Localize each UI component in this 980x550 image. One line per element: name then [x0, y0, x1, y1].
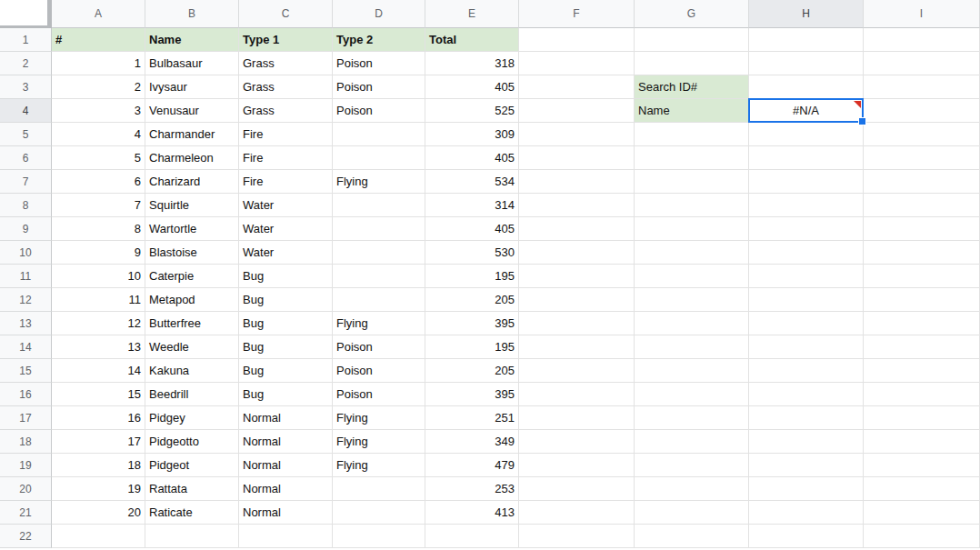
cell-H12[interactable] [749, 288, 864, 312]
cell-H17[interactable] [749, 406, 864, 430]
cell-C13[interactable]: Bug [239, 312, 333, 335]
cell-A11[interactable]: 10 [52, 265, 145, 288]
cell-C18[interactable]: Normal [239, 430, 333, 454]
cell-E11[interactable]: 195 [425, 265, 519, 288]
cell-F19[interactable] [519, 454, 635, 477]
cell-C19[interactable]: Normal [239, 454, 333, 477]
cell-A19[interactable]: 18 [52, 454, 145, 477]
cell-A22[interactable] [52, 525, 145, 548]
cell-A15[interactable]: 14 [52, 359, 145, 383]
cell-E6[interactable]: 405 [425, 146, 519, 170]
cell-A1[interactable]: # [52, 28, 145, 52]
cell-B11[interactable]: Caterpie [145, 265, 239, 288]
cell-H21[interactable] [749, 501, 864, 525]
cell-A8[interactable]: 7 [52, 194, 145, 217]
cell-A4[interactable]: 3 [52, 99, 145, 123]
cell-F5[interactable] [519, 123, 635, 146]
col-header-A[interactable]: A [52, 0, 145, 28]
col-header-B[interactable]: B [145, 0, 239, 28]
cell-A7[interactable]: 6 [52, 170, 145, 194]
cell-C12[interactable]: Bug [239, 288, 333, 312]
cell-I10[interactable] [864, 241, 980, 265]
cell-E10[interactable]: 530 [425, 241, 519, 265]
cell-G2[interactable] [635, 52, 749, 75]
row-header-7[interactable]: 7 [0, 170, 52, 194]
cell-C2[interactable]: Grass [239, 52, 333, 75]
cell-B18[interactable]: Pidgeotto [145, 430, 239, 454]
cell-H16[interactable] [749, 383, 864, 406]
cell-C5[interactable]: Fire [239, 123, 333, 146]
row-header-12[interactable]: 12 [0, 288, 52, 312]
cell-B13[interactable]: Butterfree [145, 312, 239, 335]
cell-G13[interactable] [635, 312, 749, 335]
cell-C3[interactable]: Grass [239, 75, 333, 99]
cell-E3[interactable]: 405 [425, 75, 519, 99]
cell-I14[interactable] [864, 335, 980, 359]
cell-E17[interactable]: 251 [425, 406, 519, 430]
cell-I17[interactable] [864, 406, 980, 430]
cell-F15[interactable] [519, 359, 635, 383]
cell-I16[interactable] [864, 383, 980, 406]
cell-B7[interactable]: Charizard [145, 170, 239, 194]
row-header-8[interactable]: 8 [0, 194, 52, 217]
cell-H22[interactable] [749, 525, 864, 548]
cell-C1[interactable]: Type 1 [239, 28, 333, 52]
col-header-F[interactable]: F [519, 0, 635, 28]
cell-G18[interactable] [635, 430, 749, 454]
cell-C10[interactable]: Water [239, 241, 333, 265]
cell-C14[interactable]: Bug [239, 335, 333, 359]
cell-A6[interactable]: 5 [52, 146, 145, 170]
cell-I19[interactable] [864, 454, 980, 477]
cell-E1[interactable]: Total [425, 28, 519, 52]
cell-B17[interactable]: Pidgey [145, 406, 239, 430]
cell-G11[interactable] [635, 265, 749, 288]
cell-B3[interactable]: Ivysaur [145, 75, 239, 99]
cell-D12[interactable] [333, 288, 425, 312]
cell-F4[interactable] [519, 99, 635, 123]
row-header-15[interactable]: 15 [0, 359, 52, 383]
cell-B2[interactable]: Bulbasaur [145, 52, 239, 75]
cell-D4[interactable]: Poison [333, 99, 425, 123]
cell-G17[interactable] [635, 406, 749, 430]
cell-H20[interactable] [749, 477, 864, 501]
cell-E22[interactable] [425, 525, 519, 548]
cell-D19[interactable]: Flying [333, 454, 425, 477]
col-header-I[interactable]: I [864, 0, 980, 28]
cell-I18[interactable] [864, 430, 980, 454]
cell-E20[interactable]: 253 [425, 477, 519, 501]
row-header-17[interactable]: 17 [0, 406, 52, 430]
cell-B4[interactable]: Venusaur [145, 99, 239, 123]
cell-F7[interactable] [519, 170, 635, 194]
cell-H2[interactable] [749, 52, 864, 75]
cell-D13[interactable]: Flying [333, 312, 425, 335]
cell-F16[interactable] [519, 383, 635, 406]
cell-I21[interactable] [864, 501, 980, 525]
cell-E21[interactable]: 413 [425, 501, 519, 525]
cell-I5[interactable] [864, 123, 980, 146]
cell-E13[interactable]: 395 [425, 312, 519, 335]
cell-I13[interactable] [864, 312, 980, 335]
cell-B1[interactable]: Name [145, 28, 239, 52]
cell-A13[interactable]: 12 [52, 312, 145, 335]
cell-E15[interactable]: 205 [425, 359, 519, 383]
cell-I3[interactable] [864, 75, 980, 99]
cell-A18[interactable]: 17 [52, 430, 145, 454]
cell-G22[interactable] [635, 525, 749, 548]
cell-H6[interactable] [749, 146, 864, 170]
cell-H10[interactable] [749, 241, 864, 265]
cell-F3[interactable] [519, 75, 635, 99]
col-header-G[interactable]: G [635, 0, 749, 28]
col-header-H[interactable]: H [749, 0, 864, 28]
cell-H5[interactable] [749, 123, 864, 146]
cell-D21[interactable] [333, 501, 425, 525]
cell-E4[interactable]: 525 [425, 99, 519, 123]
cell-H9[interactable] [749, 217, 864, 241]
cell-C15[interactable]: Bug [239, 359, 333, 383]
cell-C6[interactable]: Fire [239, 146, 333, 170]
cell-G6[interactable] [635, 146, 749, 170]
row-header-21[interactable]: 21 [0, 501, 52, 525]
cell-C21[interactable]: Normal [239, 501, 333, 525]
cell-F10[interactable] [519, 241, 635, 265]
cell-D22[interactable] [333, 525, 425, 548]
cell-E14[interactable]: 195 [425, 335, 519, 359]
